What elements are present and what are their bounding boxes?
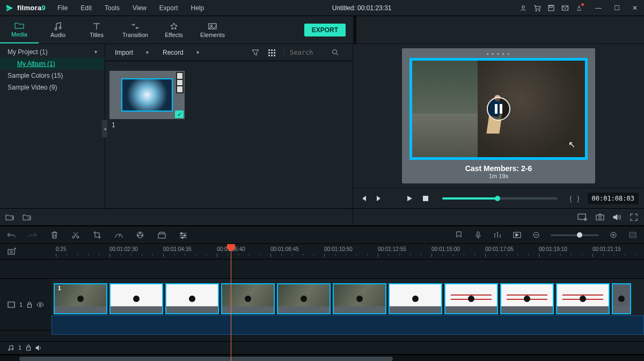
stop-button[interactable] [421, 195, 430, 202]
green-screen-icon[interactable] [157, 231, 166, 239]
tree-collapse-handle[interactable]: ◂ [102, 120, 107, 137]
svg-rect-14 [271, 52, 273, 54]
filmstrip-icon [176, 72, 184, 93]
filter-icon[interactable] [252, 49, 265, 56]
text-icon [91, 22, 102, 31]
undo-icon[interactable] [6, 231, 16, 239]
tab-transition[interactable]: Transition [116, 16, 155, 43]
tree-my-project[interactable]: My Project (1) ▾ [0, 46, 105, 58]
tab-titles[interactable]: Titles [77, 16, 116, 43]
lock-icon[interactable] [26, 344, 31, 351]
tree-sample-video[interactable]: Sample Video (9) [0, 82, 105, 93]
timeline-clip[interactable] [333, 283, 386, 314]
zoom-in-icon[interactable] [609, 232, 618, 239]
video-track-lane[interactable]: 1 [52, 279, 644, 330]
zoom-slider[interactable] [551, 234, 599, 236]
caption-line2: 1m 19s [409, 173, 588, 179]
tree-my-album[interactable]: My Album (1) [0, 58, 105, 70]
menu-tools[interactable]: Tools [98, 0, 126, 16]
menu-view[interactable]: View [126, 0, 153, 16]
tab-audio[interactable]: Audio [39, 16, 77, 43]
preview-canvas[interactable]: • • • • • ↖ Cast Members: 2-6 1m 19s [353, 44, 644, 188]
menu-edit[interactable]: Edit [74, 0, 98, 16]
zoom-fit-icon[interactable] [628, 232, 638, 238]
menu-file[interactable]: File [51, 0, 74, 16]
record-dropdown[interactable]: Record▾ [157, 47, 204, 58]
split-icon[interactable] [71, 231, 80, 239]
video-track-head: 1 [0, 279, 52, 330]
crop-icon[interactable] [92, 231, 102, 239]
mark-in-out[interactable]: { } [569, 194, 581, 202]
next-frame-button[interactable] [375, 195, 384, 202]
adjust-icon[interactable] [178, 232, 188, 239]
add-track-button[interactable] [0, 244, 52, 259]
audio-track-lane[interactable] [52, 342, 644, 354]
timeline-clip[interactable] [556, 283, 610, 314]
lock-icon[interactable] [27, 301, 32, 308]
close-button[interactable]: ✕ [626, 0, 644, 16]
account-icon[interactable] [519, 4, 527, 12]
speed-icon[interactable] [114, 231, 123, 239]
tab-effects[interactable]: Effects [155, 16, 193, 43]
minimize-button[interactable]: — [589, 0, 608, 16]
notify-icon[interactable] [575, 4, 583, 12]
tree-sample-colors[interactable]: Sample Colors (15) [0, 70, 105, 82]
svg-rect-31 [158, 234, 165, 238]
search-input[interactable] [289, 48, 332, 57]
export-button[interactable]: EXPORT [304, 24, 346, 36]
grid-view-icon[interactable] [268, 49, 281, 56]
project-tree: My Project (1) ▾ My Album (1) Sample Col… [0, 44, 105, 208]
save-icon[interactable] [547, 4, 555, 12]
tab-elements[interactable]: Elements [193, 16, 232, 43]
timeline-clip[interactable] [500, 283, 554, 314]
delete-folder-icon[interactable] [23, 213, 31, 221]
prev-frame-button[interactable] [358, 195, 368, 202]
mode-tab-row: Media Audio Titles Transition Effects El… [0, 16, 644, 44]
timeline-clip[interactable] [277, 283, 331, 314]
voiceover-icon[interactable] [473, 231, 483, 239]
render-preview-icon[interactable] [512, 232, 522, 238]
search-icon [332, 49, 339, 56]
pause-overlay-icon[interactable] [487, 97, 510, 121]
timeline-clip[interactable]: 1 [54, 283, 107, 314]
folder-icon [14, 21, 25, 30]
media-thumb[interactable]: ✓ 1 [109, 71, 185, 129]
timeline-ruler[interactable]: 0:2500:01:02:3000:01:04:3500:01:06:4000:… [52, 244, 644, 259]
fullscreen-icon[interactable] [630, 213, 638, 221]
timeline-clip[interactable] [612, 283, 631, 314]
document-title: Untitled: 00:01:23:31 [210, 4, 513, 12]
delete-icon[interactable] [49, 231, 59, 239]
playhead[interactable] [231, 244, 231, 361]
menu-export[interactable]: Export [153, 0, 185, 16]
preview-scrubber[interactable] [442, 197, 558, 200]
display-settings-icon[interactable] [577, 213, 587, 221]
zoom-out-icon[interactable] [531, 232, 541, 239]
timeline-clip[interactable] [221, 283, 275, 314]
media-thumb-index: 1 [109, 121, 185, 129]
overlay-track [0, 260, 644, 279]
cart-icon[interactable] [533, 4, 541, 12]
menu-help[interactable]: Help [185, 0, 211, 16]
new-folder-icon[interactable] [5, 213, 14, 221]
snapshot-icon[interactable] [596, 213, 604, 220]
play-button[interactable] [405, 195, 414, 202]
tab-media[interactable]: Media [0, 16, 39, 43]
timeline-clip[interactable] [165, 283, 219, 314]
media-thumb-frame: ✓ [109, 71, 185, 119]
timeline-scrollbar[interactable] [0, 355, 644, 361]
marker-icon[interactable] [454, 231, 464, 239]
speaker-icon[interactable] [35, 345, 43, 351]
import-dropdown[interactable]: Import▾ [109, 47, 154, 58]
timeline-clip[interactable] [109, 283, 163, 314]
timeline-clip[interactable] [389, 283, 442, 314]
eye-icon[interactable] [36, 302, 44, 307]
redo-icon[interactable] [28, 231, 38, 239]
ruler-tick: 00:01:04:35 [163, 246, 192, 252]
volume-icon[interactable] [613, 213, 621, 221]
search-box[interactable] [284, 48, 348, 57]
maximize-button[interactable]: ☐ [608, 0, 626, 16]
color-icon[interactable] [135, 231, 145, 239]
audio-mixer-icon[interactable] [493, 231, 502, 239]
mail-icon[interactable] [561, 4, 569, 12]
timeline-clip[interactable] [444, 283, 498, 314]
